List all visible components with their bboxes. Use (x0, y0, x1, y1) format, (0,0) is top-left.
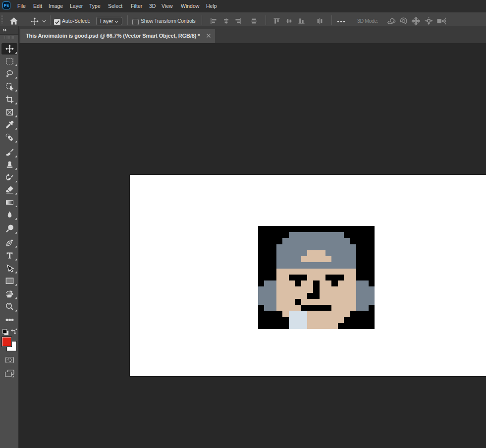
quick-mask-icon[interactable] (5, 357, 14, 363)
frame-tool[interactable] (0, 107, 18, 118)
options-bar: Auto-Select: Layer Show Transform Contro… (0, 12, 486, 26)
menu-window[interactable]: Window (181, 0, 199, 12)
type-tool-icon (5, 251, 14, 260)
flyout-triangle-icon (15, 52, 17, 54)
pixel-art-image[interactable] (258, 226, 375, 329)
separator (50, 15, 51, 25)
tools-panel-grip[interactable] (4, 36, 15, 39)
move-tool-preset-icon[interactable] (31, 17, 39, 25)
move-tool-icon (5, 45, 14, 53)
blur-tool[interactable] (0, 209, 18, 221)
rectangle-tool[interactable] (0, 275, 18, 287)
lasso-tool-icon (5, 69, 14, 78)
pan-3d-camera-icon[interactable] (411, 16, 421, 26)
align-vertical-centers-icon[interactable] (285, 17, 293, 25)
frame-tool-icon (5, 108, 14, 116)
brush-tool[interactable] (0, 147, 18, 159)
orbit-3d-camera-icon[interactable] (386, 16, 396, 26)
default-colors-icon[interactable] (2, 329, 9, 336)
eyedropper-tool-icon (5, 120, 14, 129)
eraser-tool-icon (5, 185, 14, 194)
auto-select-label: Auto-Select: (62, 12, 90, 26)
slide-3d-camera-icon[interactable] (424, 16, 433, 26)
healing-brush-tool[interactable] (0, 132, 18, 144)
align-top-edges-icon[interactable] (272, 17, 281, 25)
ellipsis-tool[interactable] (0, 314, 18, 326)
history-brush-tool-icon (5, 173, 14, 182)
distribute-vertical-centers-icon[interactable] (250, 17, 258, 25)
clone-stamp-tool[interactable] (0, 159, 18, 171)
rotate-view-tool[interactable] (0, 288, 18, 300)
pen-tool[interactable] (0, 237, 18, 249)
show-transform-checkbox[interactable] (132, 19, 139, 25)
separator (266, 15, 266, 25)
dodge-tool[interactable] (0, 223, 18, 235)
foreground-color-swatch[interactable] (2, 337, 11, 346)
separator (352, 15, 352, 25)
flyout-triangle-icon (15, 140, 17, 143)
menu-layer[interactable]: Layer (70, 0, 83, 12)
threed-mode-label: 3D Mode: (357, 12, 378, 26)
menu-type[interactable]: Type (89, 0, 101, 12)
auto-select-checkbox[interactable] (54, 19, 60, 25)
options-bar-grip[interactable] (0, 14, 3, 24)
distribute-horizontal-centers-icon[interactable] (316, 17, 324, 25)
separator (26, 15, 26, 25)
menu-help[interactable]: Help (206, 0, 217, 12)
healing-brush-tool-icon (5, 133, 14, 142)
eyedropper-tool[interactable] (0, 119, 18, 131)
gradient-tool-icon (5, 198, 14, 207)
menu-bar: Ps FileEditImageLayerTypeSelectFilter3DV… (0, 0, 486, 12)
toolbar-header (0, 26, 19, 35)
crop-tool[interactable] (0, 94, 18, 106)
menu-filter[interactable]: Filter (131, 0, 142, 12)
flyout-triangle-icon (15, 328, 17, 331)
flyout-triangle-icon (15, 155, 17, 158)
roll-3d-camera-icon[interactable] (399, 16, 408, 26)
flyout-triangle-icon (15, 192, 17, 195)
document-tab-title: This Anoimatoin is good.psd @ 66.7% (Vec… (26, 29, 200, 43)
object-selection-tool[interactable] (0, 81, 18, 93)
gradient-tool[interactable] (0, 197, 18, 209)
crop-tool-icon (5, 95, 14, 104)
align-right-edges-icon[interactable] (234, 17, 242, 25)
flyout-triangle-icon (15, 127, 17, 130)
move-tool[interactable] (0, 43, 18, 55)
photoshop-logo-icon: Ps (2, 1, 10, 9)
flyout-triangle-icon (15, 205, 17, 208)
lasso-tool[interactable] (0, 68, 18, 80)
zoom-tool[interactable] (0, 301, 18, 313)
dolly-3d-camera-icon[interactable] (437, 16, 446, 26)
eraser-tool[interactable] (0, 184, 18, 196)
pen-tool-icon (5, 238, 14, 247)
menu-3d[interactable]: 3D (149, 0, 156, 12)
menu-select[interactable]: Select (108, 0, 122, 12)
menu-file[interactable]: File (17, 0, 26, 12)
collapse-panel-icon[interactable] (3, 29, 7, 32)
rectangle-tool-icon (5, 277, 14, 285)
path-selection-tool[interactable] (0, 263, 18, 275)
more-align-options-icon[interactable] (336, 19, 346, 24)
auto-select-target-dropdown[interactable]: Layer (96, 17, 122, 25)
align-left-edges-icon[interactable] (210, 17, 218, 25)
type-tool[interactable] (0, 250, 18, 262)
checkmark-icon (54, 19, 60, 25)
align-bottom-edges-icon[interactable] (297, 17, 306, 25)
flyout-triangle-icon (15, 76, 17, 79)
menu-edit[interactable]: Edit (33, 0, 42, 12)
rotate-view-tool-icon (5, 290, 14, 298)
align-horizontal-centers-icon[interactable] (222, 17, 230, 25)
flyout-triangle-icon (15, 64, 17, 66)
history-brush-tool[interactable] (0, 172, 18, 184)
document-tab[interactable]: This Anoimatoin is good.psd @ 66.7% (Vec… (20, 29, 215, 43)
object-selection-tool-icon (5, 82, 14, 91)
marquee-tool[interactable] (0, 56, 18, 67)
menu-view[interactable]: View (162, 0, 173, 12)
tab-close-icon[interactable] (206, 33, 212, 39)
tool-list (0, 43, 19, 321)
home-icon[interactable] (9, 17, 18, 25)
screen-mode-icon[interactable] (5, 370, 14, 378)
flyout-triangle-icon (15, 258, 17, 261)
tool-preset-chevron-icon[interactable] (42, 20, 47, 23)
menu-image[interactable]: Image (49, 0, 63, 12)
